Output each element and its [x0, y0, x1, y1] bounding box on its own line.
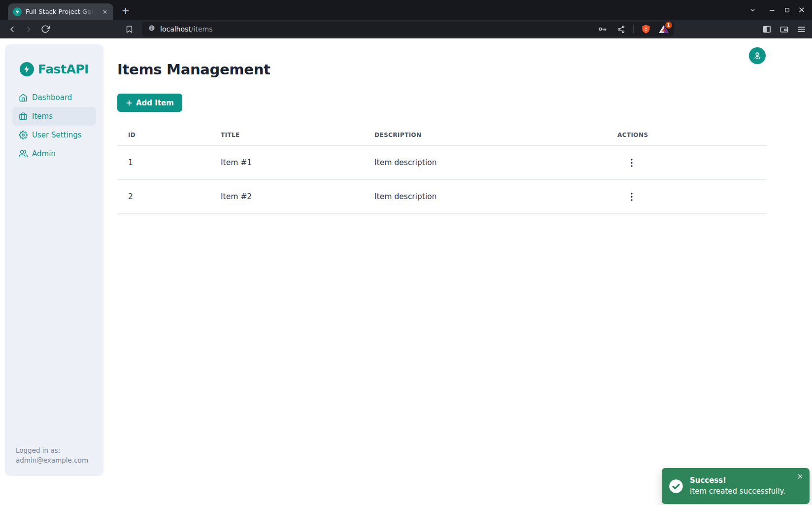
- sidebar-nav: Dashboard Items User Settings Admin: [5, 88, 103, 163]
- table-row: 1 Item #1 Item description: [117, 146, 767, 180]
- brave-rewards-icon[interactable]: 1: [658, 24, 669, 34]
- url-host: localhost: [160, 25, 191, 33]
- fastapi-logo-icon: [20, 62, 34, 76]
- browser-toolbar: localhost/items 1: [0, 20, 812, 38]
- brand-name: FastAPI: [38, 62, 89, 76]
- sidebar-panel-icon[interactable]: [761, 23, 773, 35]
- toast-close-icon[interactable]: [796, 472, 805, 481]
- menu-hamburger-icon[interactable]: [795, 23, 807, 35]
- url-text: localhost/items: [160, 25, 592, 33]
- window-controls: [745, 0, 812, 20]
- success-toast: Success! Item created successfully.: [662, 468, 810, 504]
- sidebar: FastAPI Dashboard Items User Settings A: [5, 44, 103, 476]
- site-info-icon[interactable]: [148, 24, 156, 34]
- sidebar-item-admin[interactable]: Admin: [12, 144, 96, 163]
- user-email: admin@example.com: [16, 455, 93, 465]
- header-actions: ACTIONS: [607, 126, 767, 146]
- cell-id: 1: [117, 146, 210, 180]
- cell-title: Item #1: [210, 146, 364, 180]
- cell-actions: [607, 146, 767, 180]
- users-icon: [19, 149, 28, 158]
- address-bar[interactable]: localhost/items 1: [142, 22, 674, 36]
- brand: FastAPI: [5, 62, 103, 76]
- row-actions-menu-button[interactable]: [624, 189, 639, 204]
- toast-message: Item created successfully.: [690, 486, 785, 497]
- maximize-icon[interactable]: [779, 2, 794, 17]
- add-item-label: Add Item: [136, 99, 174, 107]
- toast-texts: Success! Item created successfully.: [690, 475, 785, 497]
- forward-icon[interactable]: [23, 23, 34, 35]
- logged-in-label: Logged in as:: [16, 445, 93, 455]
- add-item-button[interactable]: Add Item: [117, 94, 182, 112]
- tab-close-icon[interactable]: [101, 7, 109, 16]
- sidebar-item-label: Admin: [32, 149, 56, 158]
- close-window-icon[interactable]: [794, 2, 809, 17]
- minimize-icon[interactable]: [765, 2, 779, 17]
- table-header-row: ID TITLE DESCRIPTION ACTIONS: [117, 126, 767, 146]
- table-row: 2 Item #2 Item description: [117, 180, 767, 214]
- cell-description: Item description: [364, 146, 607, 180]
- kebab-menu-icon: [631, 159, 633, 167]
- header-description: DESCRIPTION: [364, 126, 607, 146]
- cell-title: Item #2: [210, 180, 364, 214]
- sidebar-item-label: Dashboard: [32, 93, 72, 102]
- home-icon: [19, 93, 28, 102]
- sidebar-item-items[interactable]: Items: [12, 107, 96, 126]
- toolbar-right-buttons: [761, 23, 807, 35]
- main-content: Items Management Add Item ID TITLE DESCR…: [117, 38, 812, 505]
- browser-tab-active[interactable]: Full Stack Project Genera: [8, 3, 113, 20]
- nav-buttons: [6, 23, 51, 35]
- key-icon[interactable]: [597, 23, 609, 35]
- back-icon[interactable]: [6, 23, 18, 35]
- wallet-icon[interactable]: [778, 23, 790, 35]
- share-icon[interactable]: [615, 23, 627, 35]
- cell-id: 2: [117, 180, 210, 214]
- tab-strip: Full Stack Project Genera +: [0, 0, 812, 20]
- check-circle-icon: [669, 479, 683, 494]
- address-bar-icons: 1: [597, 23, 669, 35]
- header-id: ID: [117, 126, 210, 146]
- fastapi-favicon-icon: [13, 7, 22, 16]
- items-table: ID TITLE DESCRIPTION ACTIONS 1 Item #1 I…: [117, 126, 767, 214]
- browser-window: Full Stack Project Genera +: [0, 0, 812, 505]
- bookmark-icon[interactable]: [123, 23, 135, 35]
- toast-title: Success!: [690, 475, 785, 486]
- row-actions-menu-button[interactable]: [624, 155, 639, 170]
- page-title: Items Management: [117, 61, 812, 78]
- rewards-badge: 1: [665, 22, 672, 29]
- gear-icon: [19, 131, 28, 139]
- cell-actions: [607, 180, 767, 214]
- sidebar-item-label: Items: [32, 112, 53, 121]
- url-path: /items: [191, 25, 213, 33]
- login-info: Logged in as: admin@example.com: [5, 445, 103, 476]
- sidebar-item-dashboard[interactable]: Dashboard: [12, 88, 96, 107]
- app-page: FastAPI Dashboard Items User Settings A: [0, 38, 812, 505]
- new-tab-button[interactable]: +: [119, 5, 132, 18]
- reload-icon[interactable]: [39, 23, 51, 35]
- kebab-menu-icon: [631, 193, 633, 201]
- sidebar-item-user-settings[interactable]: User Settings: [12, 126, 96, 144]
- plus-icon: [126, 100, 133, 106]
- sidebar-item-label: User Settings: [32, 131, 81, 139]
- cell-description: Item description: [364, 180, 607, 214]
- brave-shield-icon[interactable]: [640, 23, 652, 35]
- briefcase-icon: [19, 112, 28, 121]
- divider: [633, 25, 634, 34]
- tab-title: Full Stack Project Genera: [26, 8, 97, 15]
- header-title: TITLE: [210, 126, 364, 146]
- search-tabs-chevron-icon[interactable]: [745, 2, 760, 17]
